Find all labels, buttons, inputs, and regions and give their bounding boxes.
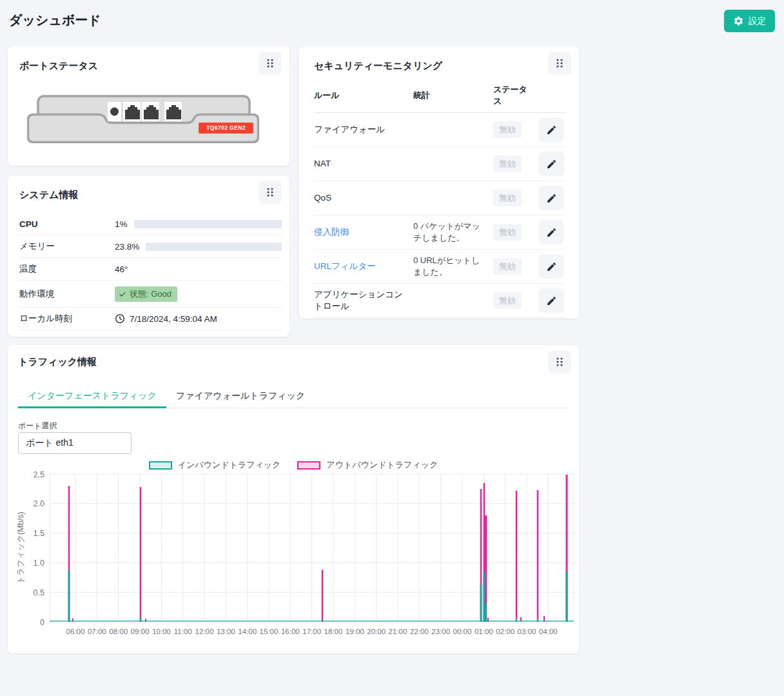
device-model-label: TQ6702 GEN2 xyxy=(199,123,253,134)
port-select[interactable]: ポート eth1 xyxy=(18,432,132,454)
tab-interface-traffic[interactable]: インターフェーストラフィック xyxy=(18,384,166,408)
settings-button-label: 設定 xyxy=(749,15,766,27)
svg-text:22:00: 22:00 xyxy=(410,628,429,635)
table-row-intrusion: 侵入防御 0 パケットがマッチしました。 無効 xyxy=(314,215,564,250)
rule-name: NAT xyxy=(314,158,409,170)
tab-firewall-traffic[interactable]: ファイアウォールトラフィック xyxy=(166,384,315,408)
legend-outbound-label: アウトバウンドトラフィック xyxy=(326,459,438,471)
rule-name: アプリケーションコントロール xyxy=(314,289,409,312)
table-row-nat: NAT 無効 xyxy=(314,147,564,181)
device-illustration xyxy=(27,94,259,143)
svg-text:09:00: 09:00 xyxy=(131,628,150,635)
port-select-value: ポート eth1 xyxy=(26,437,74,449)
rule-name-link[interactable]: 侵入防御 xyxy=(314,226,409,238)
column-header-status: ステータス xyxy=(493,84,534,107)
table-row-url-filter: URLフィルター 0 URLがヒットしました。 無効 xyxy=(314,250,564,284)
cpu-value: 1% xyxy=(115,219,128,229)
environment-status-badge: 状態: Good xyxy=(115,286,177,302)
pencil-icon xyxy=(546,261,557,272)
port-select-label: ポート選択 xyxy=(18,421,57,432)
legend-item-outbound[interactable]: アウトバウンドトラフィック xyxy=(297,459,438,471)
port-status-drag-handle[interactable] xyxy=(259,52,282,75)
cpu-bar xyxy=(134,220,282,228)
status-badge: 無効 xyxy=(493,121,522,138)
chart-legend: インバウンドトラフィック アウトバウンドトラフィック xyxy=(8,459,579,471)
svg-text:トラフィック(Mb/s): トラフィック(Mb/s) xyxy=(16,512,25,584)
column-header-stats: 統計 xyxy=(413,90,489,101)
router-device-image xyxy=(27,94,259,143)
security-monitoring-title: セキュリティーモニタリング xyxy=(314,60,442,72)
rule-name-link[interactable]: URLフィルター xyxy=(314,261,409,272)
system-info-table: CPU 1% メモリー 23.8% 温度 46° 動作環境 状態: Good xyxy=(19,213,282,330)
traffic-tabs: インターフェーストラフィック ファイアウォールトラフィック xyxy=(18,384,569,408)
svg-text:19:00: 19:00 xyxy=(346,628,364,635)
pencil-icon xyxy=(546,193,557,204)
port-round-icon xyxy=(110,108,119,116)
svg-text:2.5: 2.5 xyxy=(34,470,44,479)
edit-rule-button[interactable] xyxy=(538,152,564,176)
environment-label: 動作環境 xyxy=(19,288,115,300)
settings-button[interactable]: 設定 xyxy=(724,10,775,32)
memory-bar xyxy=(146,243,282,251)
status-badge: 無効 xyxy=(493,292,522,309)
system-row-memory: メモリー 23.8% xyxy=(19,235,282,258)
inbound-swatch-icon xyxy=(149,461,172,470)
system-info-card: システム情報 CPU 1% メモリー 23.8% 温度 46° 動作環境 xyxy=(8,175,289,337)
svg-text:10:00: 10:00 xyxy=(152,628,171,635)
svg-text:21:00: 21:00 xyxy=(389,628,407,635)
outbound-swatch-icon xyxy=(297,461,320,470)
check-icon xyxy=(118,290,127,299)
table-row-qos: QoS 無効 xyxy=(314,181,564,215)
status-badge: 無効 xyxy=(493,155,522,172)
svg-text:0: 0 xyxy=(40,618,44,627)
svg-text:23:00: 23:00 xyxy=(431,628,450,635)
traffic-info-title: トラフィック情報 xyxy=(18,356,97,368)
svg-text:1.0: 1.0 xyxy=(34,559,44,568)
table-header-row: ルール 統計 ステータス xyxy=(314,83,564,113)
environment-value: 状態: Good xyxy=(130,288,172,300)
security-monitoring-card: セキュリティーモニタリング ルール 統計 ステータス ファイアウォール 無効 N… xyxy=(299,46,579,319)
pencil-icon xyxy=(546,124,557,135)
system-row-environment: 動作環境 状態: Good xyxy=(19,281,282,308)
svg-text:06:00: 06:00 xyxy=(66,628,85,635)
memory-value: 23.8% xyxy=(115,242,139,252)
svg-text:04:00: 04:00 xyxy=(539,628,558,635)
system-drag-handle[interactable] xyxy=(259,181,282,204)
cpu-label: CPU xyxy=(19,219,115,229)
memory-label: メモリー xyxy=(19,241,115,252)
table-row-app-control: アプリケーションコントロール 無効 xyxy=(314,284,564,318)
rule-name: ファイアウォール xyxy=(314,124,409,135)
edit-rule-button[interactable] xyxy=(538,117,564,142)
status-badge: 無効 xyxy=(493,190,522,206)
legend-inbound-label: インバウンドトラフィック xyxy=(178,459,281,471)
temperature-label: 温度 xyxy=(19,263,115,275)
edit-rule-button[interactable] xyxy=(538,288,564,313)
pencil-icon xyxy=(546,159,557,170)
legend-item-inbound[interactable]: インバウンドトラフィック xyxy=(149,459,281,471)
edit-rule-button[interactable] xyxy=(538,186,564,210)
svg-text:12:00: 12:00 xyxy=(195,628,214,635)
svg-text:16:00: 16:00 xyxy=(281,628,300,635)
edit-rule-button[interactable] xyxy=(538,254,564,279)
svg-text:14:00: 14:00 xyxy=(238,628,257,635)
traffic-chart[interactable]: 00.51.01.52.02.506:0007:0008:0009:0010:0… xyxy=(8,470,579,644)
port-status-title: ポートステータス xyxy=(19,60,98,72)
traffic-drag-handle[interactable] xyxy=(548,350,571,373)
edit-rule-button[interactable] xyxy=(538,220,564,244)
local-time-value: 7/18/2024, 4:59:04 AM xyxy=(130,314,217,324)
svg-text:07:00: 07:00 xyxy=(88,628,106,635)
system-row-local-time: ローカル時刻 7/18/2024, 4:59:04 AM xyxy=(19,308,282,330)
svg-text:1.5: 1.5 xyxy=(34,529,44,538)
svg-text:02:00: 02:00 xyxy=(496,628,514,635)
drag-dots-icon xyxy=(266,187,275,197)
traffic-info-card: トラフィック情報 インターフェーストラフィック ファイアウォールトラフィック ポ… xyxy=(8,345,579,653)
pencil-icon xyxy=(546,227,557,238)
temperature-value: 46° xyxy=(115,264,128,274)
local-time-label: ローカル時刻 xyxy=(19,313,115,324)
svg-text:0.5: 0.5 xyxy=(34,588,44,597)
svg-text:2.0: 2.0 xyxy=(34,499,44,508)
system-info-title: システム情報 xyxy=(19,189,78,201)
security-drag-handle[interactable] xyxy=(548,52,571,75)
system-row-cpu: CPU 1% xyxy=(19,213,282,235)
svg-text:11:00: 11:00 xyxy=(174,628,192,635)
